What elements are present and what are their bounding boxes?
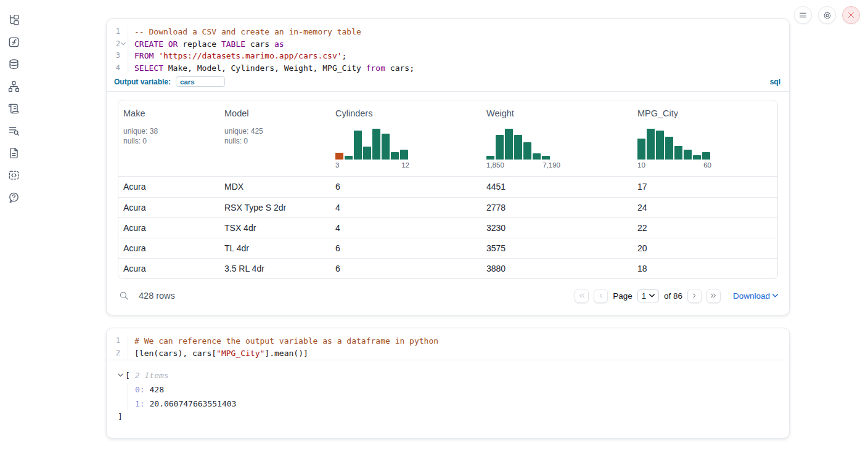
previous-page-icon[interactable] bbox=[594, 289, 608, 303]
column-header-model: Model unique: 425 nulls: 0 bbox=[219, 100, 330, 176]
data-table: Make unique: 38 nulls: 0 Model unique: 4… bbox=[118, 100, 778, 279]
table-cell: TL 4dr bbox=[219, 243, 330, 253]
collapse-chevron-icon[interactable] bbox=[118, 373, 125, 377]
histogram-bar bbox=[523, 142, 531, 160]
column-label[interactable]: Make bbox=[123, 108, 145, 118]
table-cell: 4451 bbox=[481, 182, 633, 192]
code-text[interactable]: FROM 'https://datasets.marimo.app/cars.c… bbox=[128, 50, 346, 62]
output-variable-row: Output variable: sql bbox=[107, 75, 789, 91]
code-lines[interactable]: 1-- Download a CSV and create an in-memo… bbox=[107, 19, 789, 75]
download-button[interactable]: Download bbox=[733, 291, 778, 301]
histogram-bar bbox=[486, 156, 494, 160]
first-page-icon[interactable] bbox=[575, 289, 589, 303]
column-label[interactable]: Weight bbox=[486, 108, 514, 118]
code-line[interactable]: 3FROM 'https://datasets.marimo.app/cars.… bbox=[107, 50, 789, 62]
histogram-bar bbox=[647, 129, 655, 160]
column-header-make: Make unique: 38 nulls: 0 bbox=[118, 100, 219, 176]
list-search-icon[interactable] bbox=[7, 124, 20, 137]
column-label[interactable]: MPG_City bbox=[637, 108, 678, 118]
chevron-down-icon bbox=[649, 294, 655, 297]
python-editor: 1# We can reference the output variable … bbox=[107, 328, 789, 360]
pagination: Page 1 of 86 Download bbox=[575, 289, 778, 303]
document-icon[interactable] bbox=[7, 147, 20, 159]
items-count-label: 2 Items bbox=[135, 371, 169, 380]
dependency-graph-icon[interactable] bbox=[7, 80, 20, 92]
histogram-bar bbox=[363, 147, 371, 160]
close-bracket: ] bbox=[118, 411, 789, 423]
table-cell: 20 bbox=[633, 243, 777, 253]
code-line[interactable]: 1-- Download a CSV and create an in-memo… bbox=[107, 26, 789, 38]
line-number: 4 bbox=[107, 62, 126, 75]
code-line[interactable]: 1# We can reference the output variable … bbox=[107, 335, 789, 347]
code-line[interactable]: 2[len(cars), cars["MPG_City"].mean()] bbox=[107, 347, 789, 360]
table-cell: 4 bbox=[330, 223, 481, 233]
code-text[interactable]: # We can reference the output variable a… bbox=[128, 335, 438, 347]
function-icon[interactable] bbox=[7, 36, 20, 48]
table-row[interactable]: AcuraTL 4dr6357520 bbox=[118, 238, 777, 258]
code-text[interactable]: [len(cars), cars["MPG_City"].mean()] bbox=[128, 347, 308, 360]
column-stats: unique: 38 nulls: 0 bbox=[123, 126, 215, 146]
column-label[interactable]: Model bbox=[224, 108, 249, 118]
line-number: 1 bbox=[107, 26, 126, 38]
code-line[interactable]: 2CREATE OR replace TABLE cars as bbox=[107, 38, 789, 51]
output-variable-input[interactable] bbox=[176, 76, 225, 87]
cylinders-histogram[interactable]: 3 12 bbox=[335, 127, 409, 169]
code-line[interactable]: 4SELECT Make, Model, Cylinders, Weight, … bbox=[107, 62, 789, 75]
table-header: Make unique: 38 nulls: 0 Model unique: 4… bbox=[118, 100, 777, 176]
tree-entry: 0: 428 bbox=[135, 383, 789, 397]
fold-chevron-icon[interactable] bbox=[120, 38, 126, 51]
line-number: 2 bbox=[107, 38, 126, 51]
code-text[interactable]: SELECT Make, Model, Cylinders, Weight, M… bbox=[128, 62, 414, 75]
column-header-cylinders: Cylinders 3 12 bbox=[330, 100, 481, 176]
histogram-bar bbox=[684, 150, 692, 160]
histogram-bar bbox=[335, 153, 343, 160]
logs-scroll-icon[interactable] bbox=[7, 102, 20, 115]
histogram-bar bbox=[505, 129, 513, 160]
shutdown-icon[interactable] bbox=[842, 6, 860, 24]
weight-histogram[interactable]: 1,850 7,190 bbox=[486, 127, 560, 169]
line-number: 1 bbox=[107, 335, 126, 347]
python-cell: 1# We can reference the output variable … bbox=[106, 328, 790, 439]
database-icon[interactable] bbox=[7, 58, 20, 70]
file-tree-icon[interactable] bbox=[7, 14, 20, 26]
table-cell: Acura bbox=[118, 182, 219, 192]
code-text[interactable]: CREATE OR replace TABLE cars as bbox=[128, 38, 284, 51]
histogram-bar bbox=[514, 135, 522, 160]
menu-icon[interactable] bbox=[794, 6, 812, 24]
code-lines[interactable]: 1# We can reference the output variable … bbox=[107, 328, 789, 360]
line-number: 3 bbox=[107, 50, 126, 62]
table-cell: 3575 bbox=[481, 243, 633, 253]
sql-cell: 1-- Download a CSV and create an in-memo… bbox=[106, 18, 790, 315]
page-total-label: of 86 bbox=[664, 291, 682, 301]
code-text[interactable]: -- Download a CSV and create an in-memor… bbox=[128, 26, 361, 38]
table-cell: 3230 bbox=[481, 223, 633, 233]
histogram-bar bbox=[674, 146, 682, 160]
line-number: 2 bbox=[107, 347, 126, 360]
histogram-bar bbox=[665, 137, 673, 160]
table-footer: 428 rows Page 1 of 86 bbox=[118, 285, 778, 306]
histogram-bar bbox=[656, 131, 664, 160]
column-label[interactable]: Cylinders bbox=[335, 108, 372, 118]
histogram-bar bbox=[702, 152, 710, 160]
table-cell: RSX Type S 2dr bbox=[219, 203, 330, 212]
tree-entries: 0: 4281: 20.060747663551403 bbox=[128, 383, 789, 411]
next-page-icon[interactable] bbox=[687, 289, 702, 303]
table-cell: 4 bbox=[330, 203, 481, 212]
last-page-icon[interactable] bbox=[706, 289, 721, 303]
search-icon[interactable] bbox=[118, 289, 130, 302]
table-row[interactable]: AcuraMDX6445117 bbox=[118, 176, 777, 196]
language-badge[interactable]: sql bbox=[770, 78, 780, 86]
histogram-bar bbox=[693, 155, 701, 160]
settings-gear-icon[interactable] bbox=[818, 6, 836, 24]
page-select[interactable]: 1 bbox=[637, 289, 659, 302]
histogram-bar bbox=[382, 134, 390, 160]
table-cell: 24 bbox=[633, 203, 777, 212]
code-snippet-icon[interactable] bbox=[7, 169, 20, 181]
histogram-bar bbox=[345, 156, 353, 160]
table-row[interactable]: AcuraRSX Type S 2dr4277824 bbox=[118, 197, 777, 217]
mpg-city-histogram[interactable]: 10 60 bbox=[637, 127, 711, 169]
table-row[interactable]: Acura3.5 RL 4dr6388018 bbox=[118, 258, 777, 278]
table-cell: 22 bbox=[633, 223, 777, 233]
table-row[interactable]: AcuraTSX 4dr4323022 bbox=[118, 217, 777, 238]
help-icon[interactable] bbox=[7, 191, 20, 203]
